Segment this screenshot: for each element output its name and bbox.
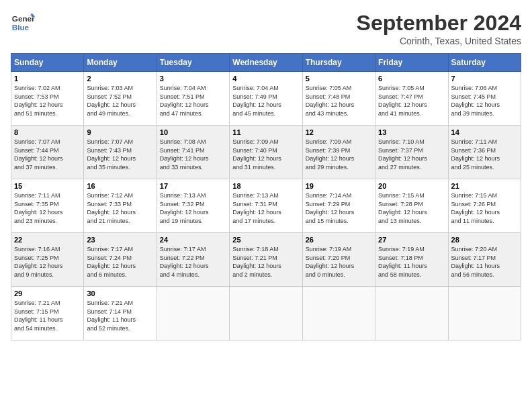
- table-cell: 27Sunrise: 7:19 AM Sunset: 7:18 PM Dayli…: [375, 233, 448, 287]
- location-subtitle: Corinth, Texas, United States: [357, 36, 521, 46]
- day-number: 30: [87, 289, 153, 298]
- table-cell: [375, 287, 448, 340]
- table-cell: 22Sunrise: 7:16 AM Sunset: 7:25 PM Dayli…: [11, 233, 84, 287]
- table-cell: [230, 287, 302, 340]
- day-info: Sunrise: 7:04 AM Sunset: 7:51 PM Dayligh…: [160, 84, 226, 118]
- day-info: Sunrise: 7:06 AM Sunset: 7:45 PM Dayligh…: [451, 84, 518, 118]
- day-number: 5: [306, 75, 372, 83]
- day-number: 25: [232, 236, 299, 244]
- table-cell: 13Sunrise: 7:10 AM Sunset: 7:37 PM Dayli…: [375, 126, 448, 179]
- col-thursday: Thursday: [302, 54, 375, 72]
- col-friday: Friday: [375, 54, 448, 72]
- day-number: 9: [87, 128, 153, 136]
- table-cell: 1Sunrise: 7:02 AM Sunset: 7:53 PM Daylig…: [11, 72, 84, 126]
- table-cell: 28Sunrise: 7:20 AM Sunset: 7:17 PM Dayli…: [448, 233, 521, 287]
- day-info: Sunrise: 7:11 AM Sunset: 7:36 PM Dayligh…: [451, 138, 518, 171]
- col-wednesday: Wednesday: [230, 54, 302, 72]
- table-cell: 3Sunrise: 7:04 AM Sunset: 7:51 PM Daylig…: [157, 72, 229, 126]
- day-number: 26: [306, 236, 372, 244]
- day-info: Sunrise: 7:15 AM Sunset: 7:28 PM Dayligh…: [378, 191, 445, 225]
- day-info: Sunrise: 7:05 AM Sunset: 7:48 PM Dayligh…: [306, 84, 372, 118]
- table-cell: 9Sunrise: 7:07 AM Sunset: 7:43 PM Daylig…: [84, 126, 157, 179]
- day-info: Sunrise: 7:17 AM Sunset: 7:24 PM Dayligh…: [87, 245, 153, 279]
- month-title: September 2024: [357, 11, 521, 36]
- day-number: 20: [378, 182, 445, 190]
- day-number: 8: [14, 128, 81, 136]
- calendar-header-row: Sunday Monday Tuesday Wednesday Thursday…: [11, 54, 521, 72]
- table-cell: 25Sunrise: 7:18 AM Sunset: 7:21 PM Dayli…: [230, 233, 302, 287]
- table-cell: 4Sunrise: 7:04 AM Sunset: 7:49 PM Daylig…: [230, 72, 302, 126]
- day-info: Sunrise: 7:12 AM Sunset: 7:33 PM Dayligh…: [87, 191, 153, 225]
- logo-icon: General Blue: [11, 11, 35, 35]
- table-cell: 26Sunrise: 7:19 AM Sunset: 7:20 PM Dayli…: [302, 233, 375, 287]
- table-cell: 18Sunrise: 7:13 AM Sunset: 7:31 PM Dayli…: [230, 179, 302, 233]
- table-cell: 23Sunrise: 7:17 AM Sunset: 7:24 PM Dayli…: [84, 233, 157, 287]
- day-info: Sunrise: 7:05 AM Sunset: 7:47 PM Dayligh…: [378, 84, 445, 118]
- day-info: Sunrise: 7:18 AM Sunset: 7:21 PM Dayligh…: [232, 245, 299, 279]
- day-number: 10: [160, 128, 226, 136]
- calendar-row: 22Sunrise: 7:16 AM Sunset: 7:25 PM Dayli…: [11, 233, 521, 287]
- day-number: 29: [14, 289, 81, 298]
- day-number: 4: [232, 75, 299, 83]
- day-info: Sunrise: 7:04 AM Sunset: 7:49 PM Dayligh…: [232, 84, 299, 118]
- day-number: 15: [14, 182, 81, 190]
- day-number: 16: [87, 182, 153, 190]
- day-number: 6: [378, 75, 445, 83]
- table-cell: 7Sunrise: 7:06 AM Sunset: 7:45 PM Daylig…: [448, 72, 521, 126]
- header: General Blue September 2024 Corinth, Tex…: [11, 11, 521, 46]
- day-info: Sunrise: 7:13 AM Sunset: 7:32 PM Dayligh…: [160, 191, 226, 225]
- day-number: 1: [14, 75, 81, 83]
- day-info: Sunrise: 7:21 AM Sunset: 7:14 PM Dayligh…: [87, 299, 153, 332]
- day-number: 12: [306, 128, 372, 136]
- table-cell: 30Sunrise: 7:21 AM Sunset: 7:14 PM Dayli…: [84, 287, 157, 340]
- svg-text:Blue: Blue: [12, 23, 30, 32]
- col-saturday: Saturday: [448, 54, 521, 72]
- table-cell: 8Sunrise: 7:07 AM Sunset: 7:44 PM Daylig…: [11, 126, 84, 179]
- table-cell: 6Sunrise: 7:05 AM Sunset: 7:47 PM Daylig…: [375, 72, 448, 126]
- table-cell: 17Sunrise: 7:13 AM Sunset: 7:32 PM Dayli…: [157, 179, 229, 233]
- day-number: 7: [451, 75, 518, 83]
- table-cell: 10Sunrise: 7:08 AM Sunset: 7:41 PM Dayli…: [157, 126, 229, 179]
- logo: General Blue: [11, 11, 35, 35]
- day-info: Sunrise: 7:11 AM Sunset: 7:35 PM Dayligh…: [14, 191, 81, 225]
- day-info: Sunrise: 7:08 AM Sunset: 7:41 PM Dayligh…: [160, 138, 226, 171]
- table-cell: [157, 287, 229, 340]
- table-cell: 5Sunrise: 7:05 AM Sunset: 7:48 PM Daylig…: [302, 72, 375, 126]
- calendar-row: 29Sunrise: 7:21 AM Sunset: 7:15 PM Dayli…: [11, 287, 521, 340]
- day-info: Sunrise: 7:10 AM Sunset: 7:37 PM Dayligh…: [378, 138, 445, 171]
- table-cell: 24Sunrise: 7:17 AM Sunset: 7:22 PM Dayli…: [157, 233, 229, 287]
- day-number: 2: [87, 75, 153, 83]
- table-cell: [448, 287, 521, 340]
- day-number: 27: [378, 236, 445, 244]
- day-number: 22: [14, 236, 81, 244]
- calendar-row: 1Sunrise: 7:02 AM Sunset: 7:53 PM Daylig…: [11, 72, 521, 126]
- col-monday: Monday: [84, 54, 157, 72]
- day-info: Sunrise: 7:17 AM Sunset: 7:22 PM Dayligh…: [160, 245, 226, 279]
- table-cell: [302, 287, 375, 340]
- day-number: 18: [232, 182, 299, 190]
- table-cell: 29Sunrise: 7:21 AM Sunset: 7:15 PM Dayli…: [11, 287, 84, 340]
- table-cell: 16Sunrise: 7:12 AM Sunset: 7:33 PM Dayli…: [84, 179, 157, 233]
- day-info: Sunrise: 7:19 AM Sunset: 7:18 PM Dayligh…: [378, 245, 445, 279]
- table-cell: 11Sunrise: 7:09 AM Sunset: 7:40 PM Dayli…: [230, 126, 302, 179]
- day-number: 28: [451, 236, 518, 244]
- title-area: September 2024 Corinth, Texas, United St…: [357, 11, 521, 46]
- day-number: 21: [451, 182, 518, 190]
- day-number: 14: [451, 128, 518, 136]
- calendar-row: 8Sunrise: 7:07 AM Sunset: 7:44 PM Daylig…: [11, 126, 521, 179]
- day-info: Sunrise: 7:20 AM Sunset: 7:17 PM Dayligh…: [451, 245, 518, 279]
- day-number: 17: [160, 182, 226, 190]
- calendar-table: Sunday Monday Tuesday Wednesday Thursday…: [11, 53, 521, 340]
- day-info: Sunrise: 7:02 AM Sunset: 7:53 PM Dayligh…: [14, 84, 81, 118]
- day-info: Sunrise: 7:14 AM Sunset: 7:29 PM Dayligh…: [306, 191, 372, 225]
- day-info: Sunrise: 7:19 AM Sunset: 7:20 PM Dayligh…: [306, 245, 372, 279]
- table-cell: 20Sunrise: 7:15 AM Sunset: 7:28 PM Dayli…: [375, 179, 448, 233]
- day-number: 11: [232, 128, 299, 136]
- col-sunday: Sunday: [11, 54, 84, 72]
- day-info: Sunrise: 7:15 AM Sunset: 7:26 PM Dayligh…: [451, 191, 518, 225]
- table-cell: 19Sunrise: 7:14 AM Sunset: 7:29 PM Dayli…: [302, 179, 375, 233]
- day-info: Sunrise: 7:03 AM Sunset: 7:52 PM Dayligh…: [87, 84, 153, 118]
- table-cell: 21Sunrise: 7:15 AM Sunset: 7:26 PM Dayli…: [448, 179, 521, 233]
- calendar-row: 15Sunrise: 7:11 AM Sunset: 7:35 PM Dayli…: [11, 179, 521, 233]
- day-number: 24: [160, 236, 226, 244]
